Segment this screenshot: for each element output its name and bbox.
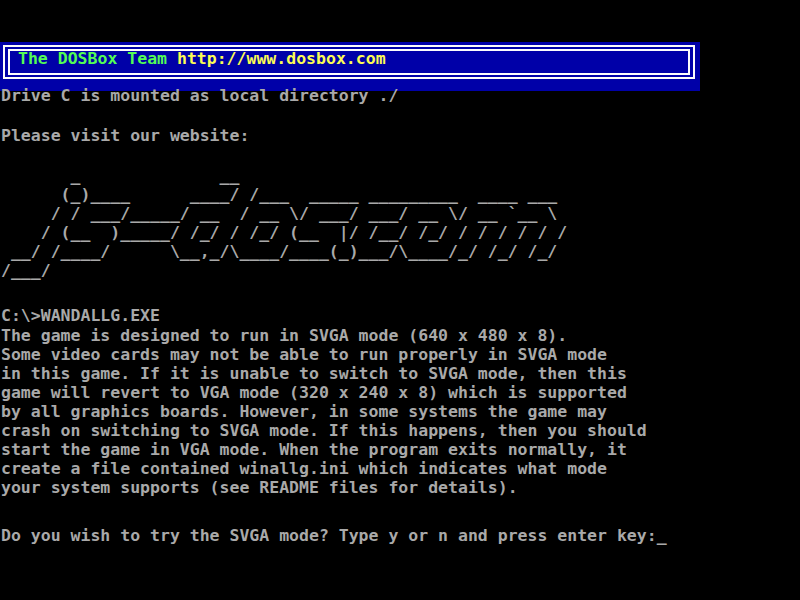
- mount-status-line: Drive C is mounted as local directory ./: [1, 86, 398, 106]
- banner-text: The DOSBox Team http://www.dosbox.com: [18, 50, 386, 68]
- dosbox-welcome-banner: The DOSBox Team http://www.dosbox.com: [0, 42, 700, 91]
- jsdos-ascii-art: _ __ (_)____ ____/ /___ _____ _________ …: [1, 166, 567, 280]
- text-cursor[interactable]: _: [657, 526, 667, 545]
- svga-question-text: Do you wish to try the SVGA mode? Type y…: [1, 526, 657, 545]
- command-prompt-line: C:\>WANDALLG.EXE: [1, 306, 160, 326]
- dosbox-team-label: The DOSBox Team: [18, 49, 177, 68]
- svga-question-line: Do you wish to try the SVGA mode? Type y…: [1, 526, 667, 546]
- website-invite-line: Please visit our website:: [1, 126, 249, 146]
- dosbox-url-link: http://www.dosbox.com: [177, 49, 386, 68]
- dosbox-screen: The DOSBox Team http://www.dosbox.com Dr…: [0, 0, 800, 600]
- svga-info-paragraph: The game is designed to run in SVGA mode…: [1, 326, 647, 497]
